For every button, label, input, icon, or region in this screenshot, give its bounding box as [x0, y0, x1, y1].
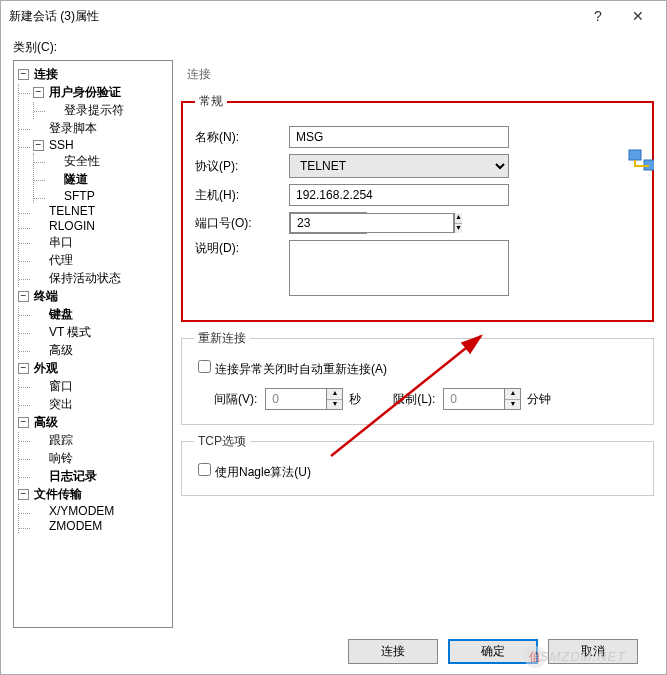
minutes-label: 分钟 [527, 391, 551, 408]
category-tree[interactable]: −连接 −用户身份验证 登录提示符 登录脚本 −SSH 安全性 隧道 SFTP [13, 60, 173, 628]
tree-rlogin[interactable]: RLOGIN [47, 218, 97, 234]
reconnect-legend: 重新连接 [194, 330, 250, 347]
tree-advanced[interactable]: 高级 [32, 414, 60, 430]
category-label: 类别(C): [13, 39, 654, 56]
port-label: 端口号(O): [195, 215, 281, 232]
tree-appearance[interactable]: 外观 [32, 360, 60, 376]
tree-sftp[interactable]: SFTP [62, 188, 97, 204]
expand-icon[interactable]: − [18, 417, 29, 428]
expand-icon[interactable]: − [18, 69, 29, 80]
limit-spinner[interactable]: ▲▼ [443, 388, 521, 410]
tree-connection[interactable]: 连接 [32, 66, 60, 82]
tree-auth[interactable]: 用户身份验证 [47, 84, 123, 100]
tree-serial[interactable]: 串口 [47, 234, 75, 250]
tree-zmodem[interactable]: ZMODEM [47, 518, 104, 534]
network-icon [628, 148, 654, 174]
spin-down-icon[interactable]: ▼ [327, 400, 342, 410]
expand-icon[interactable]: − [18, 363, 29, 374]
spin-up-icon[interactable]: ▲ [505, 389, 520, 400]
tree-proxy[interactable]: 代理 [47, 252, 75, 268]
general-legend: 常规 [195, 93, 227, 110]
cancel-button[interactable]: 取消 [548, 639, 638, 664]
expand-icon[interactable]: − [18, 489, 29, 500]
interval-spinner[interactable]: ▲▼ [265, 388, 343, 410]
tree-vtmode[interactable]: VT 模式 [47, 324, 93, 340]
tree-bell[interactable]: 响铃 [47, 450, 75, 466]
nagle-checkbox[interactable] [198, 463, 211, 476]
auto-reconnect-label: 连接异常关闭时自动重新连接(A) [215, 362, 387, 376]
tree-terminal[interactable]: 终端 [32, 288, 60, 304]
spin-up-icon[interactable]: ▲ [327, 389, 342, 400]
seconds-label: 秒 [349, 391, 361, 408]
spin-down-icon[interactable]: ▼ [455, 224, 462, 234]
spin-up-icon[interactable]: ▲ [455, 213, 462, 224]
tree-logging[interactable]: 日志记录 [47, 468, 99, 484]
tcp-group: TCP选项 使用Nagle算法(U) [181, 433, 654, 496]
reconnect-group: 重新连接 连接异常关闭时自动重新连接(A) 间隔(V): ▲▼ 秒 限制(L):… [181, 330, 654, 425]
tcp-legend: TCP选项 [194, 433, 250, 450]
name-input[interactable] [289, 126, 509, 148]
protocol-label: 协议(P): [195, 158, 281, 175]
tree-keepalive[interactable]: 保持活动状态 [47, 270, 123, 286]
interval-input[interactable] [266, 389, 326, 409]
limit-input[interactable] [444, 389, 504, 409]
tree-telnet[interactable]: TELNET [47, 203, 97, 219]
name-label: 名称(N): [195, 129, 281, 146]
close-button[interactable]: ✕ [618, 8, 658, 24]
tree-security[interactable]: 安全性 [62, 153, 102, 169]
expand-icon[interactable]: − [18, 291, 29, 302]
general-group: 常规 名称(N): 协议(P):TELNET 主机(H): 端口号(O): ▲▼… [181, 93, 654, 322]
expand-icon[interactable]: − [33, 87, 44, 98]
tree-login-prompt[interactable]: 登录提示符 [62, 102, 126, 118]
tree-ssh[interactable]: SSH [47, 137, 76, 153]
ok-button[interactable]: 确定 [448, 639, 538, 664]
tree-trace[interactable]: 跟踪 [47, 432, 75, 448]
svg-rect-0 [629, 150, 641, 160]
port-input[interactable] [290, 213, 454, 233]
host-label: 主机(H): [195, 187, 281, 204]
host-input[interactable] [289, 184, 509, 206]
tree-tunnel[interactable]: 隧道 [62, 171, 90, 187]
tree-filetransfer[interactable]: 文件传输 [32, 486, 84, 502]
nagle-label: 使用Nagle算法(U) [215, 465, 311, 479]
tree-window[interactable]: 窗口 [47, 378, 75, 394]
window-title: 新建会话 (3)属性 [9, 8, 578, 25]
spin-down-icon[interactable]: ▼ [505, 400, 520, 410]
tree-login-script[interactable]: 登录脚本 [47, 120, 99, 136]
desc-textarea[interactable] [289, 240, 509, 296]
tree-highlight[interactable]: 突出 [47, 396, 75, 412]
expand-icon[interactable]: − [33, 140, 44, 151]
interval-label: 间隔(V): [214, 391, 257, 408]
tree-keyboard[interactable]: 键盘 [47, 306, 75, 322]
limit-label: 限制(L): [393, 391, 435, 408]
help-button[interactable]: ? [578, 8, 618, 24]
auto-reconnect-checkbox[interactable] [198, 360, 211, 373]
tree-xymodem[interactable]: X/YMODEM [47, 503, 116, 519]
section-title: 连接 [181, 64, 654, 85]
desc-label: 说明(D): [195, 240, 281, 257]
port-spinner[interactable]: ▲▼ [289, 212, 367, 234]
protocol-select[interactable]: TELNET [289, 154, 509, 178]
title-bar: 新建会话 (3)属性 ? ✕ [1, 1, 666, 31]
dialog-footer: 连接 确定 取消 [13, 628, 654, 674]
tree-advanced-term[interactable]: 高级 [47, 342, 75, 358]
connect-button[interactable]: 连接 [348, 639, 438, 664]
